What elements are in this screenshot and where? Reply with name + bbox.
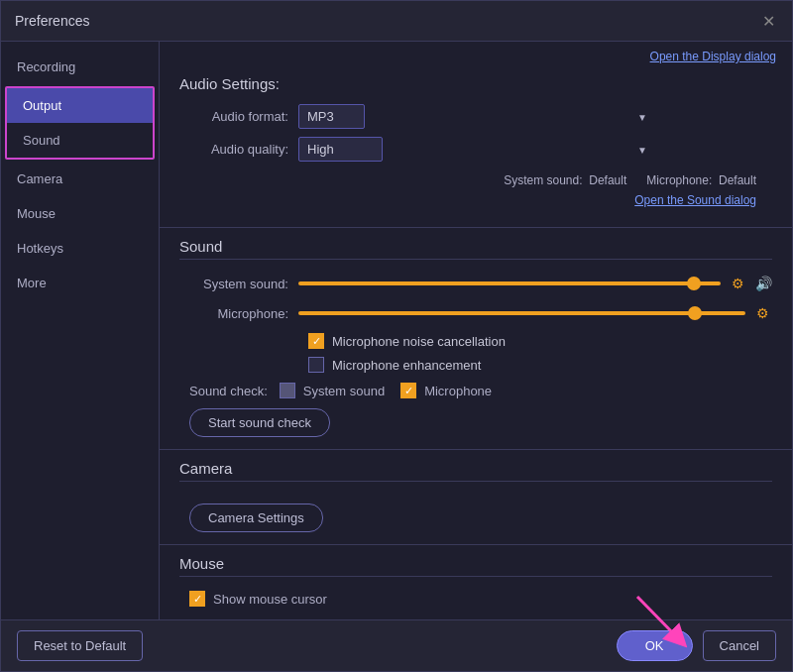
ok-button[interactable]: OK <box>617 630 693 661</box>
show-cursor-checkbox[interactable]: ✓ <box>189 591 205 607</box>
audio-format-select[interactable]: MP3 WAV AAC <box>298 104 365 129</box>
sidebar-item-mouse[interactable]: Mouse <box>1 196 159 231</box>
microphone-slider-container: ⚙ <box>298 303 772 323</box>
noise-cancellation-row: ✓ Microphone noise cancellation <box>308 333 772 349</box>
noise-cancellation-checkbox[interactable]: ✓ <box>308 333 324 349</box>
noise-cancellation-label: Microphone noise cancellation <box>332 334 506 349</box>
audio-format-label: Audio format: <box>179 109 298 124</box>
show-cursor-label: Show mouse cursor <box>213 592 327 607</box>
sidebar-item-hotkeys[interactable]: Hotkeys <box>1 231 159 266</box>
content-area: Open the Display dialog Audio Settings: … <box>160 42 792 619</box>
sidebar-item-output[interactable]: Output <box>7 88 153 123</box>
microphone-gear-icon[interactable]: ⚙ <box>753 303 772 323</box>
start-sound-check-button[interactable]: Start sound check <box>189 408 330 437</box>
close-button[interactable]: ✕ <box>758 11 778 31</box>
sidebar-item-camera[interactable]: Camera <box>1 162 159 196</box>
bottom-bar: Reset to Default OK Cancel <box>1 619 792 671</box>
sidebar-item-recording[interactable]: Recording <box>1 50 159 84</box>
bottom-right-buttons: OK Cancel <box>617 630 776 661</box>
system-sound-check-label: System sound <box>303 384 385 398</box>
sound-check-row: Sound check: System sound ✓ Microphone <box>189 383 772 398</box>
audio-quality-select-wrapper[interactable]: High Medium Low <box>298 137 655 162</box>
system-sound-slider[interactable] <box>298 281 721 285</box>
enhancement-label: Microphone enhancement <box>332 358 481 373</box>
camera-section-title: Camera <box>179 460 772 482</box>
enhancement-row: Microphone enhancement <box>308 357 772 373</box>
mouse-section: Mouse ✓ Show mouse cursor <box>160 545 792 618</box>
system-sound-slider-row: System sound: ⚙ 🔊 <box>179 274 772 293</box>
microphone-check-checkbox[interactable]: ✓ <box>400 383 416 398</box>
system-defaults-row: System sound: Default Microphone: Defaul… <box>179 169 772 191</box>
microphone-slider[interactable] <box>298 311 745 315</box>
system-sound-slider-container: ⚙ 🔊 <box>298 274 772 293</box>
camera-section: Camera Camera Settings <box>160 450 792 545</box>
enhancement-checkbox[interactable] <box>308 357 324 373</box>
sidebar-item-sound[interactable]: Sound <box>7 123 153 158</box>
system-sound-label: System sound: Default <box>504 173 626 187</box>
camera-settings-button[interactable]: Camera Settings <box>189 504 323 532</box>
audio-settings-title: Audio Settings: <box>179 75 772 92</box>
audio-format-select-wrapper[interactable]: MP3 WAV AAC <box>298 104 655 129</box>
open-sound-dialog-link[interactable]: Open the Sound dialog <box>179 191 772 215</box>
audio-quality-select[interactable]: High Medium Low <box>298 137 383 162</box>
audio-quality-label: Audio quality: <box>179 142 298 157</box>
reset-to-default-button[interactable]: Reset to Default <box>17 630 143 661</box>
microphone-slider-row: Microphone: ⚙ <box>179 303 772 323</box>
sidebar: Recording Output Sound Camera Mouse Hotk… <box>1 42 160 619</box>
main-content: Recording Output Sound Camera Mouse Hotk… <box>1 42 792 619</box>
system-sound-slider-label: System sound: <box>179 277 298 291</box>
system-sound-gear-icon[interactable]: ⚙ <box>729 274 746 293</box>
microphone-slider-label: Microphone: <box>179 306 298 321</box>
window-title: Preferences <box>15 13 89 29</box>
open-display-dialog-link[interactable]: Open the Display dialog <box>160 42 792 67</box>
microphone-default-label: Microphone: Default <box>646 173 756 187</box>
sound-check-label: Sound check: <box>189 384 268 398</box>
mouse-show-cursor-row: ✓ Show mouse cursor <box>189 591 772 607</box>
audio-format-row: Audio format: MP3 WAV AAC <box>179 104 772 129</box>
preferences-window: Preferences ✕ Recording Output Sound Cam… <box>0 0 793 672</box>
system-sound-volume-icon[interactable]: 🔊 <box>754 274 772 293</box>
microphone-check-label: Microphone <box>424 384 492 398</box>
audio-settings-section: Audio Settings: Audio format: MP3 WAV AA… <box>160 67 792 228</box>
system-sound-check-checkbox[interactable] <box>280 383 295 398</box>
sidebar-item-more[interactable]: More <box>1 266 159 300</box>
sound-section-title: Sound <box>179 238 772 260</box>
titlebar: Preferences ✕ <box>1 1 792 42</box>
mouse-section-title: Mouse <box>179 555 772 577</box>
cancel-button[interactable]: Cancel <box>703 630 776 661</box>
audio-quality-row: Audio quality: High Medium Low <box>179 137 772 162</box>
noise-cancellation-checkmark: ✓ <box>312 335 321 348</box>
sound-section: Sound System sound: ⚙ 🔊 Microphone: ⚙ <box>160 228 792 450</box>
